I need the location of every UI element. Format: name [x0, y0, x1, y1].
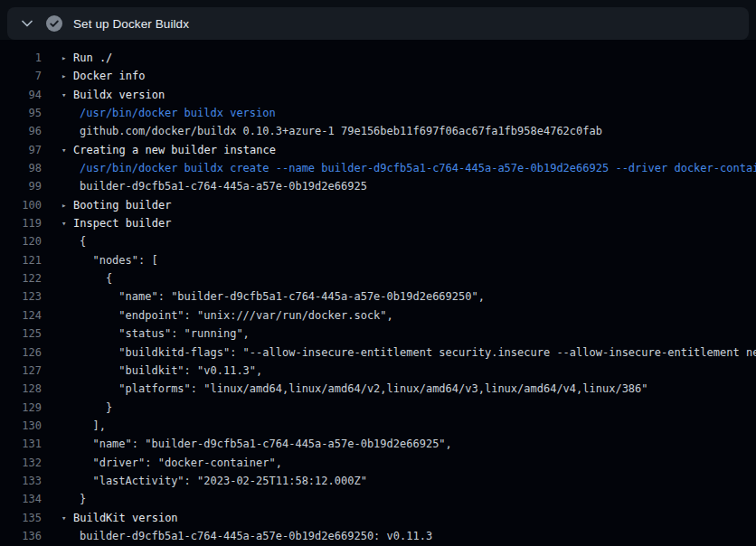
- log-line-text: {: [80, 235, 86, 248]
- log-line-text: "platforms": "linux/amd64,linux/amd64/v2…: [80, 380, 756, 398]
- log-line-text: /usr/bin/docker buildx create --name bui…: [80, 159, 756, 177]
- line-number[interactable]: 129: [0, 399, 42, 417]
- log-line: 99 builder-d9cfb5a1-c764-445a-a57e-0b19d…: [0, 177, 756, 195]
- log-line-text: "lastActivity": "2023-02-25T11:58:12.000…: [80, 475, 367, 487]
- log-line-text: /usr/bin/docker buildx create --name bui…: [80, 162, 756, 174]
- group-toggle-icon: ▾: [61, 214, 73, 232]
- log-line-text: "name": "builder-d9cfb5a1-c764-445a-a57e…: [80, 438, 452, 450]
- log-line: 1 ▸Run ./: [0, 49, 756, 67]
- log-line-text: /usr/bin/docker buildx version: [80, 107, 276, 119]
- log-line-text: "platforms": "linux/amd64,linux/amd64/v2…: [80, 382, 648, 395]
- actions-log-viewer: Set up Docker Buildx 1 ▸Run ./ 7 ▸Docker…: [0, 0, 756, 546]
- line-number[interactable]: 125: [0, 325, 42, 343]
- line-number[interactable]: 134: [0, 490, 42, 508]
- log-line-text: "driver": "docker-container",: [80, 454, 756, 472]
- log-group-toggle[interactable]: ▾BuildKit version: [61, 509, 756, 527]
- log-group-toggle[interactable]: ▾Inspect builder: [61, 214, 756, 232]
- log-line: 121 "nodes": [: [0, 251, 756, 269]
- log-line-text: "buildkitd-flags": "--allow-insecure-ent…: [80, 346, 756, 359]
- log-line: 134 }: [0, 490, 756, 508]
- line-number[interactable]: 131: [0, 435, 42, 453]
- log-line: 100 ▸Booting builder: [0, 196, 756, 214]
- log-line: 126 "buildkitd-flags": "--allow-insecure…: [0, 344, 756, 362]
- log-line-text: "nodes": [: [80, 251, 756, 269]
- log-group-toggle[interactable]: ▸Docker info: [61, 67, 756, 85]
- log-line-text: {: [80, 232, 756, 250]
- line-number[interactable]: 97: [0, 141, 42, 159]
- line-number[interactable]: 124: [0, 306, 42, 325]
- line-number[interactable]: 126: [0, 344, 42, 362]
- log-line-text: Docker info: [73, 70, 145, 82]
- log-line-text: {: [80, 272, 112, 285]
- log-line-text: "nodes": [: [80, 254, 158, 267]
- log-line-text: "driver": "docker-container",: [80, 457, 282, 469]
- line-number[interactable]: 7: [0, 67, 42, 85]
- log-pane: 1 ▸Run ./ 7 ▸Docker info 94 ▾Buildx vers…: [0, 40, 756, 546]
- line-number[interactable]: 100: [0, 196, 42, 214]
- line-number[interactable]: 94: [0, 86, 42, 104]
- log-line-text: "name": "builder-d9cfb5a1-c764-445a-a57e…: [80, 290, 485, 303]
- line-number[interactable]: 123: [0, 287, 42, 306]
- log-line-text: }: [80, 401, 112, 414]
- log-group-toggle[interactable]: ▾Creating a new builder instance: [61, 141, 756, 159]
- log-line-text: builder-d9cfb5a1-c764-445a-a57e-0b19d2e6…: [80, 180, 367, 193]
- line-number[interactable]: 96: [0, 122, 42, 140]
- log-line-text: "buildkit": "v0.11.3",: [80, 362, 756, 380]
- log-line-text: "name": "builder-d9cfb5a1-c764-445a-a57e…: [80, 435, 756, 453]
- log-line: 125 "status": "running",: [0, 325, 756, 343]
- log-line: 120 {: [0, 232, 756, 250]
- log-line-text: Run ./: [73, 52, 112, 64]
- log-line-text: "buildkit": "v0.11.3",: [80, 364, 262, 377]
- line-number[interactable]: 136: [0, 527, 42, 545]
- log-line-text: "endpoint": "unix:///var/run/docker.sock…: [80, 306, 756, 325]
- group-toggle-icon: ▾: [61, 86, 73, 104]
- log-line-text: "status": "running",: [80, 325, 756, 343]
- line-number[interactable]: 133: [0, 472, 42, 490]
- group-toggle-icon: ▸: [61, 196, 73, 214]
- log-line-text: }: [80, 399, 756, 417]
- step-header[interactable]: Set up Docker Buildx: [7, 7, 749, 40]
- line-number[interactable]: 95: [0, 104, 42, 122]
- log-line-text: "endpoint": "unix:///var/run/docker.sock…: [80, 309, 393, 322]
- line-number[interactable]: 135: [0, 509, 42, 527]
- chevron-down-icon[interactable]: [20, 18, 34, 29]
- log-line-text: Booting builder: [73, 199, 171, 212]
- group-toggle-icon: ▾: [61, 141, 73, 159]
- log-line: 128 "platforms": "linux/amd64,linux/amd6…: [0, 380, 756, 398]
- log-line-text: Inspect builder: [73, 217, 171, 230]
- line-number[interactable]: 128: [0, 380, 42, 398]
- log-line-text: {: [80, 269, 756, 287]
- line-number[interactable]: 119: [0, 214, 42, 232]
- log-line: 98 /usr/bin/docker buildx create --name …: [0, 159, 756, 177]
- log-line-text: /usr/bin/docker buildx version: [80, 104, 756, 122]
- line-number[interactable]: 121: [0, 251, 42, 269]
- line-number[interactable]: 1: [0, 49, 42, 67]
- log-group-toggle[interactable]: ▸Run ./: [61, 49, 756, 67]
- line-number[interactable]: 120: [0, 232, 42, 250]
- log-line: 122 {: [0, 269, 756, 287]
- log-line-text: "lastActivity": "2023-02-25T11:58:12.000…: [80, 472, 756, 490]
- line-number[interactable]: 99: [0, 177, 42, 195]
- log-line: 96 github.com/docker/buildx 0.10.3+azure…: [0, 122, 756, 140]
- step-title: Set up Docker Buildx: [73, 17, 189, 31]
- line-number[interactable]: 122: [0, 269, 42, 287]
- log-line-text: }: [80, 490, 756, 508]
- log-line-text: builder-d9cfb5a1-c764-445a-a57e-0b19d2e6…: [80, 530, 432, 542]
- log-line: 129 }: [0, 399, 756, 417]
- line-number[interactable]: 127: [0, 362, 42, 380]
- line-number[interactable]: 132: [0, 454, 42, 472]
- log-line-text: ],: [80, 417, 756, 435]
- log-line: 130 ],: [0, 417, 756, 435]
- line-number[interactable]: 98: [0, 159, 42, 177]
- log-line-text: builder-d9cfb5a1-c764-445a-a57e-0b19d2e6…: [80, 177, 756, 195]
- log-line: 94 ▾Buildx version: [0, 86, 756, 104]
- log-line: 119 ▾Inspect builder: [0, 214, 756, 232]
- log-line: 95 /usr/bin/docker buildx version: [0, 104, 756, 122]
- log-group-toggle[interactable]: ▸Booting builder: [61, 196, 756, 214]
- log-group-toggle[interactable]: ▾Buildx version: [61, 86, 756, 104]
- line-number[interactable]: 130: [0, 417, 42, 435]
- log-line-text: "buildkitd-flags": "--allow-insecure-ent…: [80, 344, 756, 362]
- log-line-text: github.com/docker/buildx 0.10.3+azure-1 …: [80, 122, 756, 140]
- log-line: 123 "name": "builder-d9cfb5a1-c764-445a-…: [0, 287, 756, 306]
- log-line-text: builder-d9cfb5a1-c764-445a-a57e-0b19d2e6…: [80, 527, 756, 545]
